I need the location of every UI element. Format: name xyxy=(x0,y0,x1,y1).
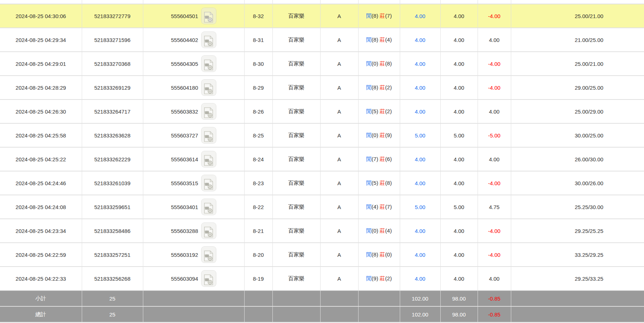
table-code-cell: A xyxy=(320,4,358,28)
result-cell: 閒(4) 莊(7) xyxy=(358,195,400,219)
replay-video-button[interactable] xyxy=(201,127,216,144)
result-cell: 閒(8) 莊(4) xyxy=(358,28,400,52)
round-id-cell: 555603832 xyxy=(143,99,244,123)
valid-bet-cell: 5.00 xyxy=(440,123,478,147)
round-id-text: 555603832 xyxy=(171,109,198,115)
bet-history-view: 2024-08-25 04:30:06 521833272779 5556045… xyxy=(0,0,644,323)
result-cell: 閒(5) 莊(8) xyxy=(358,171,400,195)
balance-cell: 25.00/21.00 xyxy=(511,52,644,76)
video-file-icon xyxy=(204,59,213,71)
table-code-cell: A xyxy=(320,219,358,243)
bet-amount-cell: 5.00 xyxy=(400,123,440,147)
table-round-cell: 8-22 xyxy=(244,195,272,219)
table-row: 2024-08-25 04:30:06 521833272779 5556045… xyxy=(0,4,644,28)
game-type-cell: 百家樂 xyxy=(272,147,320,171)
video-file-icon xyxy=(204,226,213,238)
player-label: 閒 xyxy=(366,156,372,162)
player-score: (7) xyxy=(372,156,378,162)
result-cell: 閒(7) 莊(6) xyxy=(358,147,400,171)
time-cell: 2024-08-25 04:26:30 xyxy=(0,99,82,123)
table-row: 2024-08-25 04:26:30 521833264717 5556038… xyxy=(0,99,644,123)
banker-label: 莊 xyxy=(380,275,385,281)
banker-label: 莊 xyxy=(380,180,385,186)
bet-amount-link[interactable]: 4.00 xyxy=(415,228,425,234)
player-score: (4) xyxy=(372,204,378,210)
video-file-icon xyxy=(204,250,213,262)
bet-amount-link[interactable]: 4.00 xyxy=(415,276,425,282)
balance-cell: 25.00/21.00 xyxy=(511,4,644,28)
result-cell: 閒(0) 莊(8) xyxy=(358,52,400,76)
video-file-icon xyxy=(204,12,213,23)
banker-score: (6) xyxy=(385,156,392,162)
valid-bet-cell: 4.00 xyxy=(440,4,478,28)
round-id-cell: 555604305 xyxy=(143,52,244,76)
bet-amount-link[interactable]: 4.00 xyxy=(415,109,425,115)
bet-id-cell: 521833257251 xyxy=(82,243,143,267)
valid-bet-cell: 4.00 xyxy=(440,76,478,99)
valid-bet-cell: 4.00 xyxy=(440,147,478,171)
banker-label: 莊 xyxy=(380,60,385,67)
bet-amount-link[interactable]: 4.00 xyxy=(415,180,425,186)
replay-video-button[interactable] xyxy=(201,55,216,72)
bet-amount-link[interactable]: 5.00 xyxy=(415,204,425,210)
player-label: 閒 xyxy=(366,180,372,186)
bet-amount-cell: 4.00 xyxy=(400,267,440,290)
table-code-cell: A xyxy=(320,28,358,52)
player-label: 閒 xyxy=(366,132,372,138)
table-code-cell: A xyxy=(320,52,358,76)
bet-amount-link[interactable]: 4.00 xyxy=(415,156,425,162)
result-cell: 閒(8) 莊(2) xyxy=(358,76,400,99)
time-cell: 2024-08-25 04:24:46 xyxy=(0,171,82,195)
bet-amount-link[interactable]: 4.00 xyxy=(415,252,425,258)
round-id-cell: 555603288 xyxy=(143,219,244,243)
video-file-icon xyxy=(204,203,213,214)
table-row: 2024-08-25 04:22:33 521833256268 5556030… xyxy=(0,267,644,290)
time-cell: 2024-08-25 04:25:22 xyxy=(0,147,82,171)
bet-amount-link[interactable]: 4.00 xyxy=(415,61,425,67)
banker-label: 莊 xyxy=(380,204,385,210)
round-id-cell: 555603192 xyxy=(143,243,244,267)
player-score: (0) xyxy=(372,132,378,138)
bet-amount-link[interactable]: 4.00 xyxy=(415,13,425,19)
replay-video-button[interactable] xyxy=(201,222,216,239)
game-type-cell: 百家樂 xyxy=(272,267,320,290)
balance-cell: 29.25/25.25 xyxy=(511,219,644,243)
player-score: (8) xyxy=(372,13,378,19)
bet-amount-cell: 4.00 xyxy=(400,4,440,28)
bet-amount-link[interactable]: 4.00 xyxy=(415,37,425,43)
table-row: 2024-08-25 04:25:22 521833262229 5556036… xyxy=(0,147,644,171)
replay-video-button[interactable] xyxy=(201,103,216,120)
result-cell: 閒(0) 莊(4) xyxy=(358,219,400,243)
round-id-cell: 555604402 xyxy=(143,28,244,52)
bet-id-cell: 521833271596 xyxy=(82,28,143,52)
valid-bet-cell: 4.00 xyxy=(440,243,478,267)
replay-video-button[interactable] xyxy=(201,246,216,263)
replay-video-button[interactable] xyxy=(201,8,216,24)
table-round-cell: 8-25 xyxy=(244,123,272,147)
result-cell: 閒(8) 莊(0) xyxy=(358,243,400,267)
replay-video-button[interactable] xyxy=(201,151,216,167)
game-type-cell: 百家樂 xyxy=(272,123,320,147)
banker-label: 莊 xyxy=(380,37,385,43)
replay-video-button[interactable] xyxy=(201,31,216,48)
game-type-cell: 百家樂 xyxy=(272,28,320,52)
replay-video-button[interactable] xyxy=(201,199,216,215)
replay-video-button[interactable] xyxy=(201,175,216,191)
banker-label: 莊 xyxy=(380,13,385,19)
bet-id-cell: 521833261039 xyxy=(82,171,143,195)
game-type-cell: 百家樂 xyxy=(272,171,320,195)
table-row: 2024-08-25 04:28:29 521833269129 5556041… xyxy=(0,76,644,99)
banker-label: 莊 xyxy=(380,84,385,90)
bet-amount-cell: 4.00 xyxy=(400,28,440,52)
replay-video-button[interactable] xyxy=(201,79,216,96)
summary-bet-amount-cell: 102.00 xyxy=(400,306,440,322)
player-score: (5) xyxy=(372,180,378,186)
result-cell: 閒(8) 莊(7) xyxy=(358,4,400,28)
game-type-cell: 百家樂 xyxy=(272,219,320,243)
bet-amount-link[interactable]: 4.00 xyxy=(415,85,425,91)
player-score: (0) xyxy=(372,228,378,234)
bet-id-cell: 521833262229 xyxy=(82,147,143,171)
replay-video-button[interactable] xyxy=(201,270,216,287)
bet-amount-link[interactable]: 5.00 xyxy=(415,132,425,139)
table-code-cell: A xyxy=(320,147,358,171)
